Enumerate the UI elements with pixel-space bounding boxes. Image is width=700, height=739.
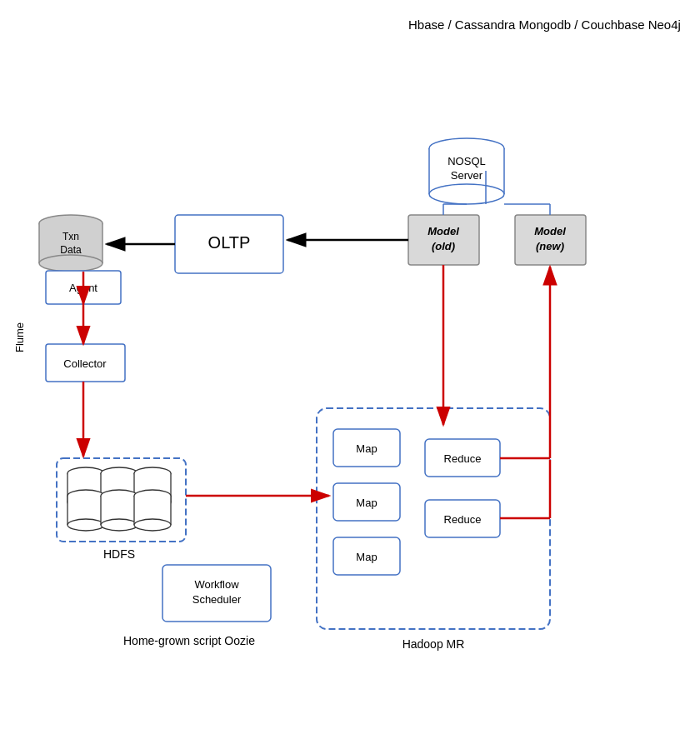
svg-text:Model: Model — [428, 225, 459, 237]
svg-text:Map: Map — [356, 442, 377, 455]
svg-text:Scheduler: Scheduler — [192, 593, 242, 606]
svg-text:Collector: Collector — [63, 357, 107, 370]
svg-text:Flume: Flume — [13, 322, 26, 352]
svg-text:Txn: Txn — [62, 231, 79, 242]
svg-text:Reduce: Reduce — [444, 513, 482, 526]
diagram-svg: OLTP Agent Collector Model (old) Model (… — [0, 0, 700, 739]
svg-text:HDFS: HDFS — [103, 547, 135, 561]
svg-point-12 — [39, 255, 102, 272]
nosql-db-label: Hbase / Cassandra Mongodb / Couchbase Ne… — [408, 17, 681, 33]
svg-point-32 — [68, 519, 104, 531]
svg-text:Map: Map — [356, 497, 377, 509]
home-grown-label: Home-grown script Oozie — [123, 633, 255, 648]
svg-text:(old): (old) — [432, 240, 455, 252]
svg-text:Hadoop MR: Hadoop MR — [402, 637, 465, 651]
svg-text:NOSQL: NOSQL — [448, 155, 486, 167]
diagram-container: OLTP Agent Collector Model (old) Model (… — [0, 0, 700, 739]
svg-point-42 — [134, 519, 171, 531]
svg-text:Map: Map — [356, 551, 377, 563]
svg-text:Reduce: Reduce — [444, 452, 482, 465]
svg-text:Workflow: Workflow — [194, 578, 239, 591]
svg-point-37 — [101, 519, 138, 531]
svg-text:(new): (new) — [536, 240, 564, 252]
svg-point-7 — [429, 184, 504, 204]
svg-text:Data: Data — [60, 244, 82, 256]
svg-text:Model: Model — [534, 225, 566, 237]
svg-text:OLTP: OLTP — [208, 233, 251, 252]
svg-text:Server: Server — [451, 169, 483, 182]
